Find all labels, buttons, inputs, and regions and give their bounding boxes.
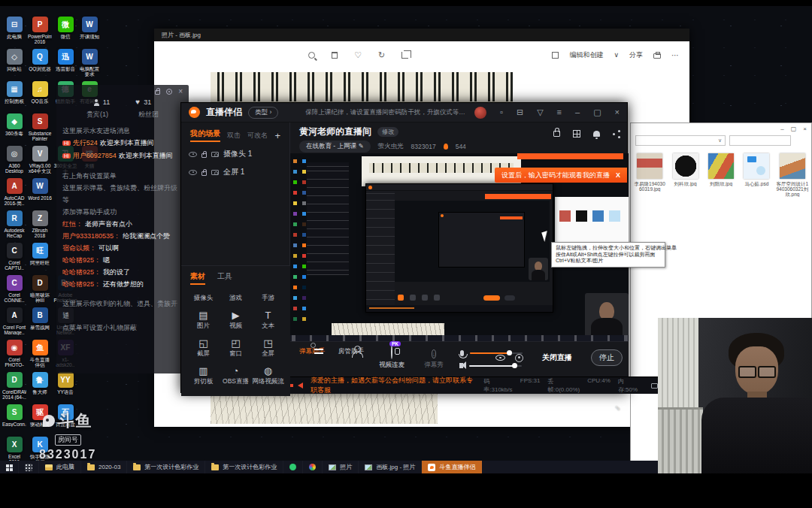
lock-icon[interactable] <box>155 90 160 95</box>
zoom-icon[interactable] <box>308 52 315 59</box>
desktop-icon[interactable]: S EasyConn.. <box>2 404 26 427</box>
maximize-icon[interactable]: ▢ <box>791 125 797 132</box>
visibility-eye-icon[interactable] <box>189 170 197 175</box>
file-item[interactable]: 马心茹.psd <box>740 153 773 197</box>
material-item[interactable]: T 文本 <box>252 310 284 331</box>
file-item[interactable]: 李易隆19403060319.jpg <box>633 153 666 197</box>
desktop-icon[interactable]: A AutoCAD 2016-简.. <box>2 178 26 206</box>
feature-moderator-helper[interactable]: 房管助手 <box>334 346 368 356</box>
desktop-icon[interactable]: 鱼 斗鱼直播伴侣 <box>28 340 52 367</box>
material-item[interactable]: 摄像头 <box>187 292 220 303</box>
material-item[interactable]: ◍ 网络视频流 <box>252 365 284 386</box>
close-icon[interactable]: × <box>178 89 183 95</box>
desktop-icon[interactable]: 鲁 鲁大师 <box>28 372 52 395</box>
desktop-icon[interactable]: Z ZBrush 2018 <box>28 210 52 238</box>
taskbar-item[interactable]: 第一次设计色彩作业 <box>127 461 205 473</box>
rotate-icon[interactable]: ↻ <box>378 50 385 60</box>
desktop-icon[interactable]: 迅 迅雷影音 <box>53 49 77 71</box>
desktop-icon[interactable]: D 暗黑破坏神III <box>28 275 52 303</box>
scene-item[interactable]: 全屏 1 <box>181 163 289 181</box>
microphone-icon[interactable] <box>460 350 464 356</box>
tab-tools[interactable]: 工具 <box>217 271 232 285</box>
bell-icon[interactable] <box>593 131 600 137</box>
tab-materials[interactable]: 素材 <box>190 271 205 285</box>
address-bar[interactable]: ∨ <box>635 135 726 146</box>
desktop-icon[interactable]: R Autodesk ReCap 2016 <box>2 210 26 238</box>
stop-button[interactable]: 停止 <box>591 349 623 366</box>
gear-icon[interactable] <box>166 89 172 95</box>
desktop-icon[interactable]: W Word 2016 <box>28 178 52 201</box>
maximize-button[interactable]: ▢ <box>593 108 601 116</box>
close-button[interactable]: × <box>615 108 620 116</box>
material-item[interactable]: ▤ 图片 <box>187 310 220 331</box>
taskbar-item[interactable] <box>303 461 323 473</box>
taskbar-item[interactable] <box>19 461 39 473</box>
material-item[interactable]: ◳ 全屏 <box>252 337 284 358</box>
tab-my-scenes[interactable]: 我的场景 <box>190 129 220 142</box>
category-pill[interactable]: 在线教育 - 上网课 ✎ <box>299 141 371 153</box>
delete-icon[interactable] <box>332 52 338 59</box>
visibility-eye-icon[interactable] <box>189 152 197 157</box>
desktop-icon[interactable]: 旺 阿里旺旺 <box>28 243 52 265</box>
close-icon[interactable]: × <box>803 125 807 132</box>
minimize-button[interactable]: – <box>575 108 580 116</box>
share-icon[interactable] <box>613 133 615 135</box>
more-icon[interactable]: ⋯ <box>671 51 679 59</box>
print-icon[interactable] <box>653 53 661 59</box>
device-icon[interactable]: ⊟ <box>517 108 523 116</box>
filter-icon[interactable]: ▽ <box>537 108 543 116</box>
material-item[interactable]: ◱ 截屏 <box>187 337 220 358</box>
desktop-icon[interactable]: Q QQ浏览器 <box>28 49 52 71</box>
favorite-icon[interactable]: ♡ <box>354 50 362 60</box>
password-lock-icon[interactable] <box>553 131 560 137</box>
lock-icon[interactable] <box>201 171 207 176</box>
desktop-icon[interactable]: YY YY语音 <box>53 372 77 395</box>
desktop-icon[interactable]: W 开课须知 <box>77 17 102 39</box>
desktop-icon[interactable]: 微 微信 <box>53 17 77 39</box>
edit-create-button[interactable]: 编辑和创建 <box>569 50 603 60</box>
fullscreen-icon[interactable] <box>552 52 559 59</box>
toast-close[interactable]: X <box>616 171 620 179</box>
desktop-icon[interactable]: W 电脑配置要求 <box>77 49 102 77</box>
desktop-icon[interactable]: A Corel Font Manage.. <box>2 307 26 335</box>
lock-icon[interactable] <box>201 153 207 158</box>
close-live-button[interactable]: 关闭直播 <box>533 349 581 366</box>
desktop-icon[interactable]: ◇ 回收站 <box>2 49 26 71</box>
minimize-icon[interactable]: – <box>780 125 783 132</box>
taskbar-item[interactable]: 此电脑 <box>39 461 81 473</box>
material-item[interactable]: ◰ 窗口 <box>220 337 252 358</box>
desktop-icon[interactable]: ◉ Corel PHOTO-P.. <box>2 340 26 367</box>
desktop-icon[interactable]: S Substance Painter <box>28 113 52 141</box>
file-item[interactable]: 刘科欣.jpg <box>668 153 701 197</box>
feature-danmu-show[interactable]: ↓ 弹幕秀 <box>417 346 451 370</box>
taskbar-item[interactable] <box>283 461 303 473</box>
taskbar-item[interactable]: 照片 <box>323 461 359 473</box>
add-scene-button[interactable]: + <box>274 130 280 141</box>
app-titlebar[interactable]: 直播伴侣 类型 › 保障上课纪律，请设置直播间密码防干扰，升旗仪式等活动请向客服… <box>181 103 627 122</box>
material-item[interactable]: ◔ OBS直播 <box>220 365 252 386</box>
edit-room-badge[interactable]: 修改 <box>377 127 398 137</box>
desktop-icon[interactable]: B 暴雪战网 <box>28 307 52 330</box>
layout-grid-icon[interactable] <box>573 130 580 138</box>
material-item[interactable]: ▥ 剪切板 <box>187 365 220 386</box>
photos-titlebar[interactable]: 照片 - 画板.jpg <box>154 29 689 41</box>
menu-icon[interactable]: ≡ <box>557 108 562 116</box>
desktop-icon[interactable]: P PowerPoint 2016 <box>28 17 52 44</box>
desktop-icon[interactable]: V VRay3.00 x64中文汉化 <box>28 146 52 174</box>
settings-gear-icon[interactable] <box>515 354 523 362</box>
feature-danmu-helper[interactable]: 弹幕助手 <box>295 346 329 356</box>
tab-fans[interactable]: 粉丝团 <box>138 110 159 119</box>
chevron-down-icon[interactable]: ∨ <box>718 138 722 144</box>
desktop-icon[interactable]: ♫ QQ音乐 <box>28 81 52 104</box>
desktop-icon[interactable]: ▦ 控制面板 <box>2 81 26 104</box>
taskbar-item[interactable]: 画板.jpg - 照片 <box>359 461 422 473</box>
crop-icon[interactable] <box>401 52 408 59</box>
avatar[interactable] <box>474 107 486 119</box>
speaker-icon[interactable] <box>459 363 463 368</box>
type-dropdown[interactable]: 类型 › <box>248 107 278 119</box>
scene-item[interactable]: 摄像头 1 <box>181 145 289 163</box>
feature-video-link[interactable]: PK 视频连麦 <box>374 346 409 370</box>
desktop-icon[interactable]: C Corel CONNE.. <box>2 275 26 303</box>
edit-icon[interactable]: ✎ <box>358 142 363 150</box>
file-item[interactable]: 客厅空间设计19403060321刘欣.png <box>776 153 809 197</box>
